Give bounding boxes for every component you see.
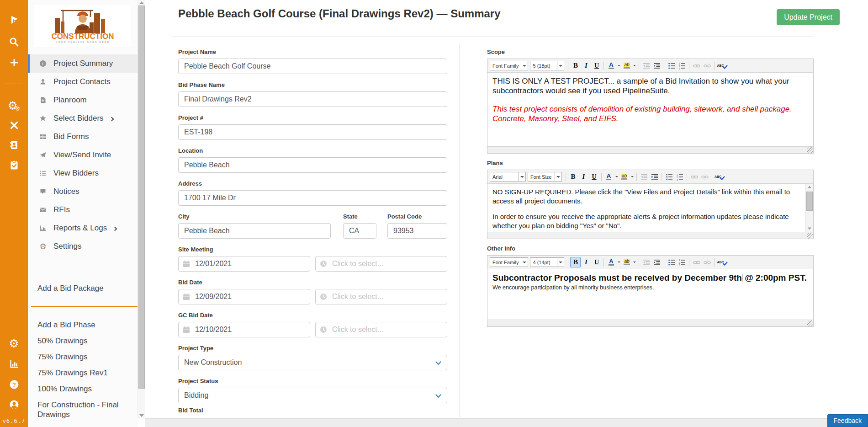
plans-resize-bar[interactable] <box>487 232 813 239</box>
add-bid-phase-link[interactable]: Add a Bid Phase <box>28 317 138 333</box>
scroll-up-arrow[interactable] <box>139 1 144 4</box>
user-profile-icon[interactable] <box>0 399 28 411</box>
scrollbar-thumb[interactable] <box>806 192 813 211</box>
other-info-content[interactable]: Subcontractor Proposals must be received… <box>487 269 813 320</box>
scope-resize-bar[interactable] <box>487 146 813 153</box>
feedback-button[interactable]: Feedback <box>827 414 868 427</box>
font-size-dropdown[interactable]: 5 (18pt) <box>530 61 564 70</box>
highlight-button[interactable]: ab <box>621 60 632 71</box>
sidebar-item-select-bidders[interactable]: Select Bidders <box>28 109 138 128</box>
phase-item[interactable]: 50% Drawings <box>28 333 138 349</box>
bold-button[interactable]: B <box>568 171 578 182</box>
text-color-button[interactable]: A <box>606 60 616 71</box>
other-info-resize-bar[interactable] <box>487 320 813 326</box>
link-button[interactable] <box>691 60 702 71</box>
text-color-button[interactable]: A <box>603 171 614 182</box>
highlight-arrow[interactable] <box>632 60 637 71</box>
bullet-list-button[interactable] <box>666 257 677 267</box>
gc-bid-time-input[interactable] <box>315 322 447 337</box>
underline-button[interactable]: U <box>591 60 602 71</box>
link-button[interactable] <box>691 257 702 267</box>
font-family-dropdown[interactable]: Font Family <box>490 257 528 267</box>
text-color-arrow[interactable] <box>616 257 621 267</box>
sidebar-item-view-bidders[interactable]: View Bidders <box>28 164 138 182</box>
text-color-button[interactable]: A <box>606 257 616 267</box>
highlight-arrow[interactable] <box>632 257 637 267</box>
state-input[interactable] <box>343 223 376 239</box>
font-family-dropdown[interactable]: Arial <box>490 172 526 181</box>
site-meeting-date-input[interactable] <box>178 256 310 272</box>
bullet-list-button[interactable] <box>666 60 677 71</box>
spellcheck-button[interactable]: ABC <box>716 257 728 267</box>
phase-item[interactable]: 100% Drawings <box>28 381 138 397</box>
add-bid-package-link[interactable]: Add a Bid Package <box>28 278 138 293</box>
outdent-button[interactable] <box>641 257 651 267</box>
sidebar-item-settings[interactable]: ⚙ Settings <box>28 237 138 256</box>
postal-code-input[interactable] <box>387 223 447 239</box>
scroll-down-arrow[interactable] <box>808 228 811 230</box>
resize-grip[interactable] <box>807 233 813 239</box>
highlight-arrow[interactable] <box>630 171 635 182</box>
bullet-list-button[interactable] <box>664 171 674 182</box>
outdent-button[interactable] <box>639 171 649 182</box>
underline-button[interactable]: U <box>591 257 602 267</box>
italic-button[interactable]: I <box>581 60 591 71</box>
numbered-list-button[interactable]: 123 <box>677 257 687 267</box>
outdent-button[interactable] <box>641 60 651 71</box>
sidebar-item-rfis[interactable]: RFIs <box>28 201 138 219</box>
sidebar-item-bid-forms[interactable]: Bid Forms <box>28 128 138 146</box>
sidebar-item-project-summary[interactable]: Project Summary <box>28 54 138 73</box>
project-number-input[interactable] <box>178 124 447 140</box>
unlink-button[interactable] <box>702 60 712 71</box>
resize-grip[interactable] <box>807 147 813 153</box>
phase-item[interactable]: For Construction - Final Drawings <box>28 397 138 422</box>
bid-phase-name-input[interactable] <box>178 91 447 107</box>
company-logo[interactable]: CONSTRUCTION YOUR TAGLINE GOES HERE <box>34 5 131 47</box>
phase-item[interactable]: 75% Drawings Rev1 <box>28 365 138 381</box>
plans-content[interactable]: NO SIGN-UP REQUIRED. Please click the "V… <box>487 184 813 232</box>
scroll-down-arrow[interactable] <box>139 414 144 417</box>
plans-scrollbar[interactable] <box>805 184 813 232</box>
numbered-list-button[interactable]: 123 <box>677 60 687 71</box>
highlight-button[interactable]: ab <box>619 171 630 182</box>
bold-button[interactable]: B <box>570 257 581 267</box>
font-size-dropdown[interactable]: Font Size <box>528 172 562 181</box>
scope-content[interactable]: THIS IS ONLY A TEST PROJECT... a sample … <box>487 73 813 146</box>
bid-date-input[interactable] <box>178 289 310 304</box>
gc-bid-date-input[interactable] <box>178 322 310 337</box>
unlink-button[interactable] <box>699 171 710 182</box>
scrollbar-thumb[interactable] <box>138 5 145 389</box>
clipboard-check-icon[interactable] <box>0 159 28 171</box>
project-status-select[interactable]: Bidding <box>178 388 447 403</box>
search-icon[interactable] <box>0 36 28 48</box>
spellcheck-button[interactable]: ABC <box>714 171 725 182</box>
link-button[interactable] <box>689 171 699 182</box>
indent-button[interactable] <box>649 171 660 182</box>
text-color-arrow[interactable] <box>616 60 621 71</box>
reports-chart-icon[interactable] <box>0 358 28 369</box>
page-vertical-scrollbar[interactable] <box>138 0 145 418</box>
font-family-dropdown[interactable]: Font Family <box>490 61 528 70</box>
numbered-list-button[interactable]: 123 <box>674 171 685 182</box>
help-icon[interactable]: ? <box>0 379 28 390</box>
site-meeting-time-input[interactable] <box>315 256 447 272</box>
unlink-button[interactable] <box>702 257 712 267</box>
sidebar-item-view-send-invite[interactable]: View/Send Invite <box>28 146 138 164</box>
add-icon[interactable] <box>0 57 28 69</box>
tools-icon[interactable] <box>0 119 28 131</box>
text-color-arrow[interactable] <box>614 171 619 182</box>
sidebar-item-planroom[interactable]: Planroom <box>28 91 138 109</box>
scroll-up-arrow[interactable] <box>808 186 811 188</box>
update-project-button[interactable]: Update Project <box>777 9 840 25</box>
spellcheck-button[interactable]: ABC <box>716 60 728 71</box>
city-input[interactable] <box>178 223 331 239</box>
admin-gears-icon[interactable]: ⚙ ⚙ <box>0 99 28 112</box>
font-size-dropdown[interactable]: 4 (14pt) <box>530 257 564 267</box>
address-input[interactable] <box>178 190 447 206</box>
pipelinesuite-logo-icon[interactable] <box>0 14 28 27</box>
address-book-icon[interactable] <box>0 139 28 151</box>
sidebar-item-project-contacts[interactable]: Project Contacts <box>28 73 138 91</box>
location-input[interactable] <box>178 157 447 173</box>
italic-button[interactable]: I <box>578 171 589 182</box>
page-horizontal-scrollbar[interactable] <box>145 418 868 427</box>
